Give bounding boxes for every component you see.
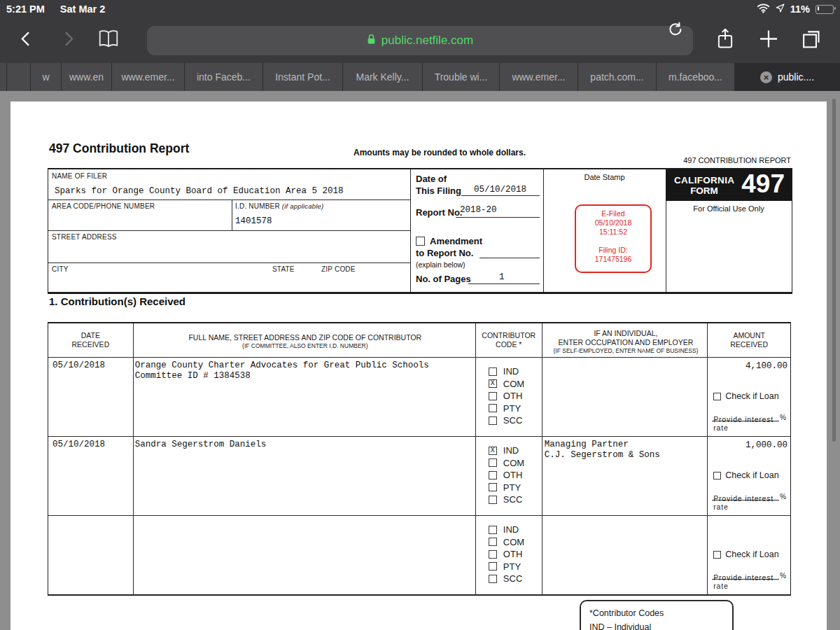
- contributor-name-cell: [134, 516, 476, 594]
- occupation-cell: [542, 516, 708, 594]
- browser-chrome: 5:21 PM Sat Mar 2 11% public.netfile.com: [0, 0, 840, 63]
- checkbox-ind: [489, 368, 497, 376]
- pages-value: 1: [499, 272, 505, 283]
- location-icon: [776, 4, 785, 15]
- tab[interactable]: www.emer...: [112, 63, 185, 91]
- checkbox-oth: [489, 471, 497, 479]
- lock-icon: [367, 34, 376, 48]
- tab[interactable]: m.faceboo...: [657, 63, 735, 91]
- state-label: STATE: [272, 265, 295, 273]
- checkbox-com: [489, 538, 497, 546]
- contributor-name-cell: Sandra Segerstrom Daniels: [134, 437, 476, 515]
- occupation-cell: [542, 358, 708, 436]
- battery-percent: 11%: [790, 4, 810, 15]
- tab-stub[interactable]: [7, 63, 31, 91]
- tab[interactable]: patch.com...: [578, 63, 657, 91]
- form-title: 497 Contribution Report: [49, 141, 189, 156]
- section1-title: 1. Contribution(s) Received: [49, 295, 186, 307]
- contributor-codes-box: *Contributor Codes IND – Individual: [580, 600, 734, 630]
- this-filing-label: This Filing: [416, 186, 461, 196]
- safari-toolbar: public.netfile.com: [0, 17, 840, 63]
- close-icon[interactable]: ×: [760, 71, 772, 83]
- codes-box-title: *Contributor Codes: [589, 606, 732, 620]
- table-header-row: DATE RECEIVED FULL NAME, STREET ADDRESS …: [48, 323, 790, 358]
- contributor-code-cell: IND XCOM OTH PTY SCC: [476, 358, 542, 436]
- checkbox-com: [489, 458, 497, 467]
- header-right-label: 497 CONTRIBUTION REPORT: [602, 156, 791, 164]
- to-report-no-label: to Report No.: [416, 248, 473, 258]
- badge-state: CALIFORNIA: [674, 175, 734, 186]
- page-scrollbar[interactable]: [832, 99, 836, 442]
- id-number-label: I.D. NUMBER (if applicable): [235, 202, 323, 210]
- checkbox-scc: [489, 416, 497, 425]
- address-bar[interactable]: public.netfile.com: [147, 26, 693, 55]
- efiled-time: 15:11:52: [576, 227, 650, 237]
- date-stamp-label: Date Stamp: [543, 173, 666, 181]
- bookmarks-icon[interactable]: [97, 29, 120, 51]
- zip-label: ZIP CODE: [321, 265, 356, 273]
- tab[interactable]: www.emer...: [500, 63, 578, 91]
- tab-stub[interactable]: [0, 63, 7, 91]
- date: Sat Mar 2: [60, 4, 105, 15]
- checkbox-ind: X: [489, 447, 497, 455]
- filer-header-box: NAME OF FILER Sparks for Orange County B…: [48, 168, 792, 294]
- share-icon[interactable]: [715, 28, 735, 52]
- tab[interactable]: Trouble wi...: [423, 63, 500, 91]
- ipad-screen: 5:21 PM Sat Mar 2 11% public.netfile.com: [0, 0, 840, 630]
- document-page: 497 Contribution Report Amounts may be r…: [10, 102, 827, 630]
- back-button[interactable]: [18, 30, 34, 50]
- loan-checkbox: [713, 472, 721, 479]
- city-label: CITY: [52, 265, 69, 273]
- report-no-label: Report No.: [416, 207, 462, 218]
- wifi-icon: [757, 3, 770, 15]
- efiled-date: 05/10/2018: [576, 218, 650, 227]
- date-of-label: Date of: [416, 174, 447, 184]
- amount-received: 1,000.00: [708, 437, 790, 451]
- web-content: 497 Contribution Report Amounts may be r…: [0, 91, 840, 630]
- filer-name-value: Sparks for Orange County Board of Educat…: [55, 186, 344, 197]
- badge-form-word: FORM: [674, 186, 734, 196]
- amount-received: 4,100.00: [708, 358, 790, 372]
- rounding-note: Amounts may be rounded to whole dollars.: [354, 148, 526, 158]
- tab[interactable]: www.en: [62, 63, 112, 91]
- checkbox-scc: [489, 496, 497, 504]
- contributions-table: DATE RECEIVED FULL NAME, STREET ADDRESS …: [48, 322, 791, 596]
- new-tab-icon[interactable]: [757, 28, 780, 52]
- official-use-label: For Official Use Only: [666, 204, 792, 213]
- amount-cell: Check if Loan % Provide interest rate: [708, 516, 790, 594]
- efiled-line: E-Filed: [576, 209, 650, 218]
- checkbox-ind: [489, 526, 497, 534]
- date-received: 05/10/2018: [52, 360, 105, 370]
- amount-received: [708, 516, 790, 519]
- loan-checkbox: [713, 551, 721, 559]
- name-of-filer-label: NAME OF FILER: [52, 172, 107, 180]
- efiled-stamp: E-Filed 05/10/2018 15:11:52 Filing ID: 1…: [575, 204, 652, 273]
- tab[interactable]: into Faceb...: [185, 63, 263, 91]
- filing-date-value: 05/10/2018: [474, 185, 526, 195]
- contributor-name-cell: Orange County Charter Advocates for Grea…: [134, 358, 476, 436]
- tab[interactable]: Instant Pot...: [263, 63, 343, 91]
- checkbox-com: X: [489, 379, 497, 388]
- amendment-checkbox: [416, 237, 425, 246]
- explain-note: (explain below): [416, 260, 465, 269]
- tab[interactable]: Mark Kelly...: [343, 63, 423, 91]
- amount-cell: 4,100.00 Check if Loan % Provide interes…: [708, 358, 790, 436]
- forward-button[interactable]: [60, 30, 76, 50]
- table-row: IND COM OTH PTY SCC Check if Loan %: [48, 516, 790, 595]
- date-received: 05/10/2018: [52, 440, 105, 449]
- table-row: 05/10/2018 Sandra Segerstrom Daniels XIN…: [48, 437, 790, 516]
- tab-active[interactable]: ×public....: [735, 63, 840, 91]
- table-row: 05/10/2018 Orange County Charter Advocat…: [48, 358, 790, 437]
- id-number-value: 1401578: [235, 216, 272, 227]
- phone-label: AREA CODE/PHONE NUMBER: [52, 202, 155, 210]
- checkbox-oth: [489, 392, 497, 400]
- badge-number: 497: [741, 169, 785, 199]
- filing-id-value: 171475196: [576, 255, 650, 264]
- tab[interactable]: w: [31, 63, 62, 91]
- report-no-value: 2018-20: [460, 205, 497, 216]
- reload-icon[interactable]: [667, 22, 685, 42]
- url-text: public.netfile.com: [382, 34, 473, 48]
- checkbox-pty: [489, 483, 497, 491]
- tabs-icon[interactable]: [801, 28, 823, 52]
- tab-bar: w www.en www.emer... into Faceb... Insta…: [0, 63, 840, 91]
